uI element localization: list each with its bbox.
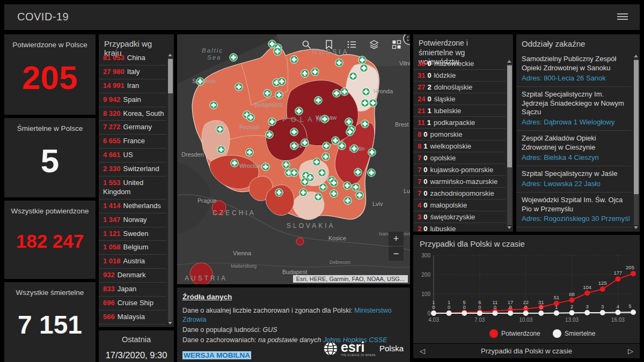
legend-icon[interactable] [347, 40, 356, 49]
search-icon[interactable] [302, 40, 311, 49]
country-row[interactable]: 833Japan [99, 283, 166, 297]
hospital-row[interactable]: Samodzielny Publiczny Zakład Opieki Zdro… [516, 227, 631, 232]
hospital-marker[interactable] [295, 107, 303, 115]
country-row[interactable]: 8 320Korea, South [99, 107, 166, 121]
scroll-up-icon[interactable] [507, 60, 511, 63]
scroll-down-icon[interactable] [507, 226, 511, 229]
hospital-marker[interactable] [322, 153, 330, 160]
hospital-marker[interactable] [275, 91, 283, 99]
scrollbar-thumb[interactable] [168, 59, 173, 93]
country-row[interactable]: 696Cruise Ship [99, 297, 166, 311]
hospital-marker[interactable] [314, 193, 322, 201]
hospital-marker[interactable] [217, 146, 225, 153]
hospital-marker[interactable] [301, 178, 309, 186]
prev-chart-arrow[interactable]: ◁ [420, 344, 425, 358]
hospital-marker[interactable] [361, 120, 369, 128]
hospital-address-link[interactable]: Adres: Lwowska 22 Jasło [522, 180, 601, 188]
hospital-marker[interactable] [346, 128, 354, 136]
hospital-marker[interactable] [352, 183, 360, 191]
voivodeship-row[interactable]: 30świętokrzyskie [413, 211, 506, 223]
hospital-marker[interactable] [290, 142, 298, 150]
scroll-up-icon[interactable] [168, 54, 172, 56]
hospital-marker[interactable] [264, 90, 271, 97]
hospital-marker[interactable] [246, 149, 253, 156]
voivodeship-row[interactable]: 310łódzkie [413, 70, 506, 82]
voivodeship-row[interactable]: 70zachodniopomorskie [413, 188, 506, 200]
menu-icon[interactable] [617, 13, 628, 21]
voivodeship-row[interactable]: 81wielkopolskie [413, 141, 506, 152]
hospital-marker[interactable] [196, 78, 204, 85]
hospital-row[interactable]: Zespół Zakładów Opieki Zdrowotnej w Cies… [516, 131, 631, 166]
hospital-marker[interactable] [247, 114, 254, 121]
hospital-marker[interactable] [330, 179, 338, 187]
hospital-marker[interactable] [282, 161, 290, 168]
bookmark-icon[interactable] [324, 40, 334, 49]
hospital-marker[interactable] [368, 169, 375, 176]
scroll-down-icon[interactable] [634, 226, 638, 229]
country-row[interactable]: 7 272Germany [99, 121, 166, 135]
country-row[interactable]: 2 330Switzerland [99, 162, 166, 176]
voivodeship-row[interactable]: 272dolnośląskie [413, 82, 506, 93]
hospital-address-link[interactable]: Adres: Bielska 4 Cieszyn [522, 153, 599, 161]
hospital-marker[interactable] [345, 118, 353, 125]
hospital-marker[interactable] [290, 128, 298, 136]
hospital-marker[interactable] [330, 190, 338, 197]
country-row[interactable]: 439Canada [99, 324, 166, 327]
hospital-marker[interactable] [301, 70, 309, 77]
hospital-address-link[interactable]: Adres: 800-Lecia 26 Sanok [522, 74, 606, 82]
hospital-marker[interactable] [216, 125, 224, 133]
hospital-marker[interactable] [344, 197, 352, 204]
voivodeship-row[interactable]: 70opolskie [413, 152, 506, 164]
hospital-marker[interactable] [290, 169, 298, 176]
hospital-marker[interactable] [361, 99, 369, 107]
hospital-marker[interactable] [290, 56, 298, 63]
hospital-marker[interactable] [299, 189, 307, 196]
poland-map[interactable]: BalticSeaRUSSIAVilniHrondaBrestLutPOLAND… [177, 34, 410, 284]
hospital-address-link[interactable]: Adres: Dąbrowa 1 Wielogłowy [522, 118, 614, 126]
country-row[interactable]: 27 980Italy [99, 65, 166, 79]
hospital-marker[interactable] [235, 83, 243, 91]
hospital-marker[interactable] [278, 78, 286, 85]
country-row[interactable]: 1 414Netherlands [99, 200, 166, 213]
hospital-marker[interactable] [231, 159, 238, 167]
voivodeship-row[interactable]: 211lubelskie [413, 105, 506, 117]
hospital-marker[interactable] [311, 68, 319, 76]
hospital-marker[interactable] [230, 54, 237, 61]
hospital-marker[interactable] [266, 131, 273, 138]
country-row[interactable]: 9 942Spain [99, 93, 166, 107]
hospital-marker[interactable] [262, 163, 269, 171]
country-row[interactable]: 932Denmark [99, 269, 166, 283]
country-row[interactable]: 1 347Norway [99, 213, 166, 227]
scroll-down-icon[interactable] [168, 322, 172, 324]
hospital-row[interactable]: Szpital Specjalistyczny Im. Jędrzeja Śni… [516, 87, 631, 131]
hospital-marker[interactable] [275, 189, 283, 196]
voivodeship-row[interactable]: 111podkarpackie [413, 117, 506, 129]
hospital-marker[interactable] [360, 64, 368, 72]
country-row[interactable]: 1 018Austria [99, 255, 166, 269]
hospital-marker[interactable] [335, 59, 343, 67]
layers-icon[interactable] [369, 40, 379, 49]
hospital-marker[interactable] [333, 90, 340, 97]
country-row[interactable]: 14 991Iran [99, 79, 166, 93]
hospital-marker[interactable] [369, 99, 377, 107]
hospital-marker[interactable] [356, 191, 363, 199]
hospital-marker[interactable] [313, 158, 320, 166]
hospital-row[interactable]: Samodzielny Publiczny Zespół Opieki Zdro… [516, 51, 631, 87]
hospital-marker[interactable] [319, 183, 327, 191]
voivodeship-row[interactable]: 70kujawsko-pomorskie [413, 164, 506, 176]
voivodeship-row[interactable]: 240śląskie [413, 93, 506, 105]
country-case-bubble[interactable] [296, 238, 304, 245]
voivodeship-row[interactable]: 40małopolskie [413, 200, 506, 211]
hospital-marker[interactable] [354, 168, 362, 176]
hospital-marker[interactable] [341, 88, 348, 95]
voivodeship-row[interactable]: 20lubuskie [413, 223, 506, 232]
hospital-row[interactable]: Wojewódzki Szpital Im. Św. Ojca Pio w Pr… [516, 193, 631, 228]
zoom-out-button[interactable]: − [389, 247, 404, 261]
country-row[interactable]: 566Malaysia [99, 311, 166, 324]
hospital-marker[interactable] [338, 142, 346, 150]
zoom-in-button[interactable]: + [389, 232, 404, 246]
voivodeship-row[interactable]: 80pomorskie [413, 129, 506, 141]
country-row[interactable]: 81 053China [99, 51, 166, 65]
hospital-marker[interactable] [274, 48, 281, 55]
hospital-marker[interactable] [268, 118, 276, 125]
